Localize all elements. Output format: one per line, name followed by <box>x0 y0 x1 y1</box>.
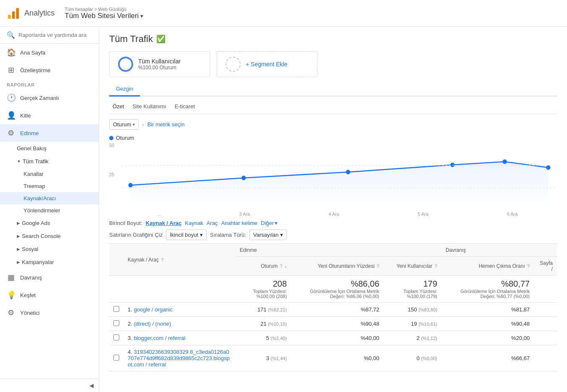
row3-source-cell: 3. blogger.com / referral <box>123 331 236 345</box>
th-sayfa[interactable]: Sayfa / <box>534 257 557 276</box>
sidebar-item-kesif[interactable]: 💡 Keşfet <box>0 286 99 304</box>
dim-option-kaynak[interactable]: Kaynak <box>185 220 203 226</box>
row4-yeni-oturum-cell: %0,00 <box>291 345 383 371</box>
sidebar-subsub-kanallar[interactable]: Kanallar <box>0 168 99 180</box>
oturum-sort-icon: ↓ <box>285 264 287 269</box>
sort-type-dropdown[interactable]: Varsayılan ▾ <box>249 230 287 240</box>
th-yeni-oturum[interactable]: Yeni Oturumların Yüzdesi ? <box>291 257 383 276</box>
dimension-row: Birincil Boyut: Kaynak / Araç Kaynak Ara… <box>109 220 557 226</box>
sidebar-label-yonetici: Yönetici <box>20 310 39 316</box>
th-yeni-kullanici[interactable]: Yeni Kullanıcılar ? <box>383 257 441 276</box>
dim-option-arac[interactable]: Araç <box>207 220 218 226</box>
sidebar-label-davranis: Davranış <box>20 274 42 281</box>
data-table: Kaynak / Araç ? Edinme Davranış Oturum ?… <box>109 243 557 371</box>
dim-option-anahtar-kelime[interactable]: Anahtar kelime <box>221 220 257 226</box>
total-oturum-cell: 208 Toplam Yüzdesi: %100,00 (208) <box>236 276 291 303</box>
sidebar-item-ozellistirme[interactable]: ⊞ Özelleştirme <box>0 61 99 79</box>
property-arrow-icon: ▾ <box>140 13 143 19</box>
row2-num: 2. <box>128 321 132 327</box>
row1-yeni-kullanici-pct: (%83,80) <box>418 307 437 312</box>
svg-rect-0 <box>8 15 10 19</box>
row4-checkbox[interactable] <box>113 355 119 361</box>
sidebar-sub-tum-trafik[interactable]: ▼ Tüm Trafik <box>0 155 99 168</box>
sidebar-sub-genel-bakis[interactable]: Genel Bakış <box>0 142 99 155</box>
svg-point-9 <box>546 165 550 170</box>
sidebar-label-ozellistirme: Özelleştirme <box>20 67 50 73</box>
dim-option-kaynak-arac[interactable]: Kaynak / Araç <box>146 220 182 226</box>
table-total-row: 208 Toplam Yüzdesi: %100,00 (208) %86,06… <box>109 276 557 303</box>
yeni-kullanici-help-icon[interactable]: ? <box>435 264 437 269</box>
row2-source-link[interactable]: (direct) / (none) <box>134 321 171 327</box>
th-oturum[interactable]: Oturum ? ↓ <box>236 257 291 276</box>
sidebar-subsub-kaynak-araci[interactable]: Kaynak/Aracı <box>0 192 99 204</box>
sidebar-sub-kampanyalar[interactable]: ▶ Kampanyalar <box>0 256 99 269</box>
row4-source-link[interactable]: 319340236639308329 8_c3eda0126a0707e774d… <box>128 349 230 368</box>
property-selector[interactable]: Tüm Web Sitesi Verileri ▾ <box>65 12 143 20</box>
row1-oturum-num: 171 <box>257 306 267 313</box>
tab-gezgin[interactable]: Gezgin <box>109 82 140 97</box>
metric-separator: - <box>142 121 144 128</box>
row3-source-link[interactable]: blogger.com / referral <box>134 335 185 341</box>
primary-metric-dropdown[interactable]: Oturum ▾ <box>109 119 139 130</box>
sidebar-item-ana-sayfa[interactable]: 🏠 Ana Sayfa <box>0 44 99 61</box>
sidebar-label-edinme: Edinme <box>20 130 39 136</box>
secondary-metric-link[interactable]: Bir metrik seçin <box>147 121 185 128</box>
th-hemen-cikma[interactable]: Hemen Çıkma Oranı ? <box>441 257 534 276</box>
row1-checkbox[interactable] <box>113 306 119 312</box>
sidebar-item-edinme[interactable]: ⚙ Edinme <box>0 124 99 142</box>
sidebar-label-kitle: Kitle <box>20 112 31 119</box>
sub-tab-site-kullanimi[interactable]: Site Kullanımı <box>129 102 169 111</box>
admin-icon: ⚙ <box>7 308 15 317</box>
segment-info: Tüm Kullanıcılar %100,00 Oturum <box>138 58 181 71</box>
legend-dot-icon <box>109 136 113 140</box>
acquisition-icon: ⚙ <box>7 128 15 138</box>
sidebar-sub-sosyal[interactable]: ▶ Sosyal <box>0 243 99 256</box>
kaynak-arac-help-icon[interactable]: ? <box>161 257 163 262</box>
dim-more-arrow-icon: ▾ <box>275 220 278 226</box>
dimension-label: Birincil Boyut: <box>109 220 142 226</box>
dim-more-dropdown[interactable]: Diğer ▾ <box>261 220 278 226</box>
hemen-cikma-help-icon[interactable]: ? <box>527 264 530 269</box>
sidebar-item-davranis[interactable]: ▦ Davranış <box>0 269 99 286</box>
row2-checkbox[interactable] <box>113 320 119 326</box>
row4-source-cell: 4. 319340236639308329 8_c3eda0126a0707e7… <box>123 345 236 371</box>
sidebar-subsub-label-kanallar: Kanallar <box>24 171 44 177</box>
sub-tab-e-ticaret[interactable]: E-ticaret <box>171 102 198 111</box>
row1-source-link[interactable]: google / organic <box>134 306 173 313</box>
sidebar-subsub-treemap[interactable]: Treemap <box>0 180 99 192</box>
chart-container: 50 25 <box>109 143 557 210</box>
collapse-sidebar-button[interactable]: ◀ <box>0 379 99 392</box>
search-bar: 🔍 <box>0 27 99 44</box>
sidebar-sub-search-console[interactable]: ▶ Search Console <box>0 230 99 243</box>
svg-point-4 <box>129 183 133 188</box>
total-hemen-cikma-cell: %80,77 Görüntüleme İçin Ortalama Metrik … <box>441 276 534 303</box>
row4-hemen-cikma: %66,67 <box>511 355 530 361</box>
row1-checkbox-cell <box>109 303 123 317</box>
search-input[interactable] <box>18 32 92 38</box>
th-group-edinme: Edinme <box>236 244 441 257</box>
sidebar-item-yonetici[interactable]: ⚙ Yönetici <box>0 304 99 321</box>
row2-yeni-oturum: %90,48 <box>361 321 379 327</box>
search-console-expand-icon: ▶ <box>17 234 20 238</box>
row2-yeni-kullanici: 19 <box>411 321 417 327</box>
sub-tab-ozet[interactable]: Özet <box>109 102 127 111</box>
row2-yeni-kullanici-pct: (%10,61) <box>418 321 437 327</box>
row3-yeni-kullanici: 2 <box>417 335 420 341</box>
row1-oturum-pct: (%82,21) <box>268 307 287 312</box>
sidebar-subsub-yonlendirmeler[interactable]: Yönlendirmeler <box>0 204 99 217</box>
total-hemen-cikma-num: %80,77 <box>446 279 530 289</box>
yeni-oturum-help-icon[interactable]: ? <box>377 264 379 269</box>
sidebar-item-gercek-zamanli[interactable]: 🕐 Gerçek Zamanlı <box>0 89 99 107</box>
row2-checkbox-cell <box>109 317 123 331</box>
secondary-dimension-dropdown[interactable]: İkincil boyut ▾ <box>166 230 207 240</box>
segment-card-all-users[interactable]: Tüm Kullanıcılar %100,00 Oturum <box>109 51 210 77</box>
sidebar-item-kitle[interactable]: 👤 Kitle <box>0 107 99 124</box>
sidebar-subsub-label-yonlendirmeler: Yönlendirmeler <box>24 207 60 214</box>
chart-legend: Oturum <box>109 135 557 141</box>
sidebar-sub-label-kampanyalar: Kampanyalar <box>22 259 54 265</box>
total-yeni-kullanici-sub: Toplam Yüzdesi: %100,00 (179) <box>388 289 437 299</box>
row3-checkbox[interactable] <box>113 335 119 340</box>
oturum-help-icon[interactable]: ? <box>280 264 282 269</box>
segment-add-card[interactable]: + Segment Ekle <box>217 51 318 77</box>
sidebar-sub-google-ads[interactable]: ▶ Google Ads <box>0 217 99 230</box>
